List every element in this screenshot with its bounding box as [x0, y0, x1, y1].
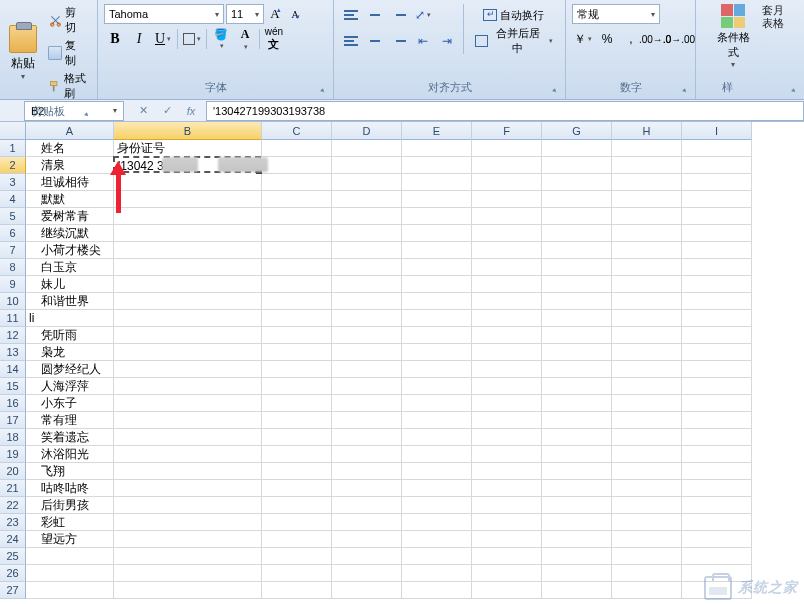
cell-B20[interactable]: [114, 463, 262, 480]
cell-G23[interactable]: [542, 514, 612, 531]
cell-G27[interactable]: [542, 582, 612, 599]
cell-C24[interactable]: [262, 531, 332, 548]
cell-G13[interactable]: [542, 344, 612, 361]
cell-D27[interactable]: [332, 582, 402, 599]
cell-D22[interactable]: [332, 497, 402, 514]
column-header-F[interactable]: F: [472, 122, 542, 140]
cell-C5[interactable]: [262, 208, 332, 225]
cell-I19[interactable]: [682, 446, 752, 463]
cell-B24[interactable]: [114, 531, 262, 548]
cell-F22[interactable]: [472, 497, 542, 514]
cell-C7[interactable]: [262, 242, 332, 259]
cell-F21[interactable]: [472, 480, 542, 497]
column-header-A[interactable]: A: [26, 122, 114, 140]
cell-C14[interactable]: [262, 361, 332, 378]
cell-A16[interactable]: 小东子: [26, 395, 114, 412]
row-header-6[interactable]: 6: [0, 225, 26, 242]
cell-I15[interactable]: [682, 378, 752, 395]
cell-D19[interactable]: [332, 446, 402, 463]
cell-A12[interactable]: 凭听雨: [26, 327, 114, 344]
cell-E2[interactable]: [402, 157, 472, 174]
confirm-formula-button[interactable]: ✓: [156, 102, 178, 120]
align-center-button[interactable]: [364, 30, 386, 52]
cell-C1[interactable]: [262, 140, 332, 157]
cell-G26[interactable]: [542, 565, 612, 582]
bold-button[interactable]: B: [104, 28, 126, 50]
cell-B1[interactable]: 身份证号: [114, 140, 262, 157]
cell-H23[interactable]: [612, 514, 682, 531]
cell-I20[interactable]: [682, 463, 752, 480]
font-color-button[interactable]: A: [234, 28, 256, 50]
cell-A18[interactable]: 笑着遗忘: [26, 429, 114, 446]
cell-C18[interactable]: [262, 429, 332, 446]
cell-F9[interactable]: [472, 276, 542, 293]
row-header-9[interactable]: 9: [0, 276, 26, 293]
cell-C4[interactable]: [262, 191, 332, 208]
cell-E12[interactable]: [402, 327, 472, 344]
cell-G8[interactable]: [542, 259, 612, 276]
cell-F14[interactable]: [472, 361, 542, 378]
cell-E20[interactable]: [402, 463, 472, 480]
cell-H8[interactable]: [612, 259, 682, 276]
cell-E15[interactable]: [402, 378, 472, 395]
cell-D14[interactable]: [332, 361, 402, 378]
cell-B3[interactable]: [114, 174, 262, 191]
cell-E21[interactable]: [402, 480, 472, 497]
cell-D18[interactable]: [332, 429, 402, 446]
cell-D23[interactable]: [332, 514, 402, 531]
row-header-5[interactable]: 5: [0, 208, 26, 225]
cell-E8[interactable]: [402, 259, 472, 276]
cell-G20[interactable]: [542, 463, 612, 480]
cell-I24[interactable]: [682, 531, 752, 548]
cell-D13[interactable]: [332, 344, 402, 361]
cell-F25[interactable]: [472, 548, 542, 565]
cell-H13[interactable]: [612, 344, 682, 361]
cell-D4[interactable]: [332, 191, 402, 208]
conditional-format-button[interactable]: 条件格式 ▾: [712, 4, 754, 78]
cell-H11[interactable]: [612, 310, 682, 327]
cell-H26[interactable]: [612, 565, 682, 582]
cell-G15[interactable]: [542, 378, 612, 395]
column-header-B[interactable]: B: [114, 122, 262, 140]
increase-indent-button[interactable]: ⇥: [436, 30, 458, 52]
cell-H4[interactable]: [612, 191, 682, 208]
cell-E24[interactable]: [402, 531, 472, 548]
cell-H7[interactable]: [612, 242, 682, 259]
cell-D1[interactable]: [332, 140, 402, 157]
cell-I7[interactable]: [682, 242, 752, 259]
merge-center-button[interactable]: 合并后居中: [469, 30, 559, 52]
cell-E16[interactable]: [402, 395, 472, 412]
cell-E3[interactable]: [402, 174, 472, 191]
cell-A24[interactable]: 望远方: [26, 531, 114, 548]
border-button[interactable]: [181, 28, 203, 50]
cell-C25[interactable]: [262, 548, 332, 565]
cell-D5[interactable]: [332, 208, 402, 225]
cell-E11[interactable]: [402, 310, 472, 327]
cell-A19[interactable]: 沐浴阳光: [26, 446, 114, 463]
cell-B10[interactable]: [114, 293, 262, 310]
cell-A4[interactable]: 默默: [26, 191, 114, 208]
row-header-3[interactable]: 3: [0, 174, 26, 191]
shrink-font-button[interactable]: A: [286, 4, 304, 24]
row-header-10[interactable]: 10: [0, 293, 26, 310]
cell-G19[interactable]: [542, 446, 612, 463]
row-header-21[interactable]: 21: [0, 480, 26, 497]
row-header-12[interactable]: 12: [0, 327, 26, 344]
row-header-20[interactable]: 20: [0, 463, 26, 480]
cell-I22[interactable]: [682, 497, 752, 514]
cell-I18[interactable]: [682, 429, 752, 446]
column-header-D[interactable]: D: [332, 122, 402, 140]
cell-D6[interactable]: [332, 225, 402, 242]
cell-G2[interactable]: [542, 157, 612, 174]
cells-area[interactable]: 姓名 身份证号 清泉'13042 303 坦诚相待 默默 爱树常青 继续沉默 小…: [26, 140, 804, 604]
row-header-13[interactable]: 13: [0, 344, 26, 361]
cell-E5[interactable]: [402, 208, 472, 225]
cell-E25[interactable]: [402, 548, 472, 565]
cell-H24[interactable]: [612, 531, 682, 548]
cell-G9[interactable]: [542, 276, 612, 293]
cell-A27[interactable]: [26, 582, 114, 599]
cell-C12[interactable]: [262, 327, 332, 344]
cell-H19[interactable]: [612, 446, 682, 463]
cell-I12[interactable]: [682, 327, 752, 344]
cancel-formula-button[interactable]: ✕: [132, 102, 154, 120]
